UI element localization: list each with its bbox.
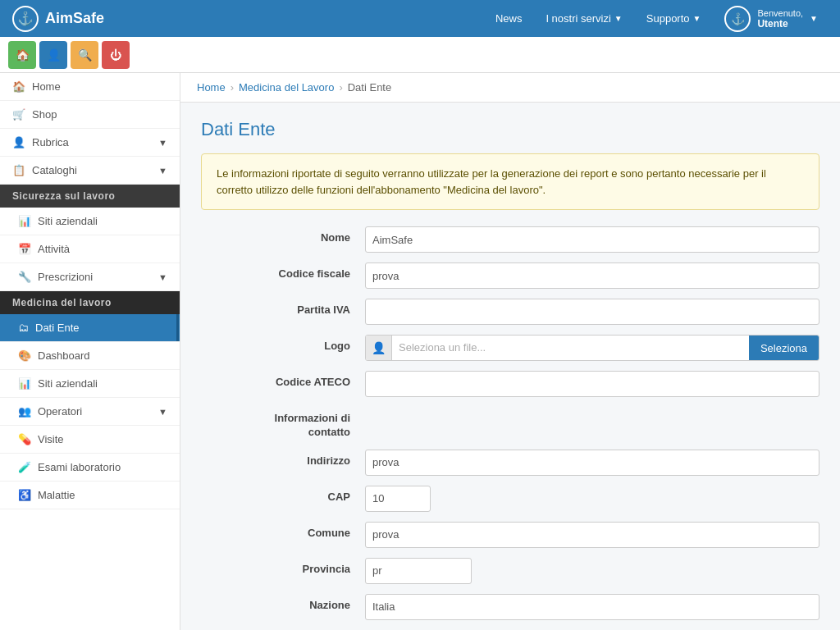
section-medicina: Medicina del lavoro xyxy=(0,291,180,314)
indirizzo-input[interactable] xyxy=(365,450,819,476)
sidebar-item-rubrica[interactable]: 👤 Rubrica ▼ xyxy=(0,129,180,157)
sidebar-item-attivita[interactable]: 📅 Attività xyxy=(0,235,180,263)
codice-ateco-input[interactable] xyxy=(365,371,819,397)
form-row-comune: Comune xyxy=(201,522,819,548)
malattie-icon: ♿ xyxy=(18,489,31,501)
form-row-nazione: Nazione xyxy=(201,594,819,620)
comune-input[interactable] xyxy=(365,522,819,548)
logo-field: 👤 Seleziona un file... Seleziona xyxy=(365,335,819,361)
dati-ente-icon: 🗂 xyxy=(18,322,29,334)
cf-label: Codice fiscale xyxy=(201,262,365,280)
sidebar-item-visite[interactable]: 💊 Visite xyxy=(0,426,180,454)
rubrica-arrow: ▼ xyxy=(158,138,167,148)
piva-field xyxy=(365,299,819,325)
dati-ente-form: Nome Codice fiscale Partita IVA xyxy=(201,226,819,630)
sidebar-item-siti-aziendali-1[interactable]: 📊 Siti aziendali xyxy=(0,208,180,235)
cf-field xyxy=(365,262,819,289)
sidebar-item-prescrizioni[interactable]: 🔧 Prescrizioni ▼ xyxy=(0,263,180,291)
services-dropdown-arrow: ▼ xyxy=(614,14,623,23)
file-select-button[interactable]: Seleziona xyxy=(749,335,819,361)
comune-label: Comune xyxy=(201,522,365,539)
sidebar-item-dati-ente[interactable]: 🗂 Dati Ente xyxy=(0,314,180,342)
user-avatar: ⚓ xyxy=(724,6,751,32)
breadcrumb-current: Dati Ente xyxy=(348,81,391,94)
sidebar-item-cataloghi[interactable]: 📋 Cataloghi ▼ xyxy=(0,157,180,185)
sidebar-item-operatori[interactable]: 👥 Operatori ▼ xyxy=(0,398,180,426)
user-toolbar-button[interactable]: 👤 xyxy=(39,41,67,69)
operatori-icon: 👥 xyxy=(18,405,31,418)
nav-news[interactable]: News xyxy=(486,7,532,30)
brand-logo: ⚓ AimSafe xyxy=(12,6,486,32)
breadcrumb-sep-2: › xyxy=(339,81,342,94)
prescrizioni-icon: 🔧 xyxy=(18,271,31,283)
nome-input[interactable] xyxy=(365,226,819,253)
codice-fiscale-input[interactable] xyxy=(365,262,819,289)
file-input-wrapper: 👤 Seleziona un file... Seleziona xyxy=(365,335,819,361)
visite-icon: 💊 xyxy=(18,433,31,445)
ateco-label: Codice ATECO xyxy=(201,371,365,388)
form-row-logo: Logo 👤 Seleziona un file... Seleziona xyxy=(201,335,819,361)
main-layout: 🏠 Home 🛒 Shop 👤 Rubrica ▼ 📋 Cataloghi ▼ … xyxy=(0,73,840,630)
sidebar-item-shop[interactable]: 🛒 Shop xyxy=(0,101,180,129)
section-sicurezza: Sicurezza sul lavoro xyxy=(0,185,180,208)
sidebar-item-malattie[interactable]: ♿ Malattie xyxy=(0,482,180,509)
form-row-nome: Nome xyxy=(201,226,819,253)
file-icon: 👤 xyxy=(366,335,392,361)
provincia-input[interactable] xyxy=(365,558,472,584)
esami-icon: 🧪 xyxy=(18,461,31,473)
file-placeholder: Seleziona un file... xyxy=(392,335,749,361)
sidebar-item-esami[interactable]: 🧪 Esami laboratorio xyxy=(0,454,180,482)
home-icon: 🏠 xyxy=(12,80,25,93)
indirizzo-field xyxy=(365,450,819,476)
siti-icon-1: 📊 xyxy=(18,215,31,227)
nazione-field xyxy=(365,594,819,620)
breadcrumb-parent[interactable]: Medicina del Lavoro xyxy=(239,81,334,94)
logo-label: Logo xyxy=(201,335,365,352)
siti-icon-2: 📊 xyxy=(18,377,31,390)
form-row-ateco: Codice ATECO xyxy=(201,371,819,397)
power-toolbar-button[interactable]: ⏻ xyxy=(102,41,130,69)
breadcrumb-sep-1: › xyxy=(231,81,234,94)
content-area: Dati Ente Le informazioni riportate di s… xyxy=(180,103,840,630)
operatori-arrow: ▼ xyxy=(158,407,167,417)
indirizzo-label: Indirizzo xyxy=(201,450,365,467)
nazione-label: Nazione xyxy=(201,594,365,611)
breadcrumb: Home › Medicina del Lavoro › Dati Ente xyxy=(180,73,840,103)
sidebar-item-siti-aziendali-2[interactable]: 📊 Siti aziendali xyxy=(0,370,180,398)
nav-support[interactable]: Supporto ▼ xyxy=(637,7,711,30)
user-info: Benvenuto, Utente xyxy=(757,8,803,30)
comune-field xyxy=(365,522,819,548)
user-menu[interactable]: ⚓ Benvenuto, Utente ▼ xyxy=(714,1,828,37)
nav-services[interactable]: I nostri servizi ▼ xyxy=(536,7,632,30)
search-toolbar-button[interactable]: 🔍 xyxy=(71,41,98,69)
brand-icon: ⚓ xyxy=(12,6,39,32)
cap-input[interactable] xyxy=(365,486,431,512)
sidebar-item-dashboard[interactable]: 🎨 Dashboard xyxy=(0,342,180,370)
rubrica-icon: 👤 xyxy=(12,136,25,148)
form-row-piva: Partita IVA xyxy=(201,299,819,325)
prescrizioni-arrow: ▼ xyxy=(158,272,167,282)
form-row-provincia: Provincia xyxy=(201,558,819,584)
partita-iva-input[interactable] xyxy=(365,299,819,325)
top-navigation: ⚓ AimSafe News I nostri servizi ▼ Suppor… xyxy=(0,0,840,37)
nome-field xyxy=(365,226,819,253)
ateco-field xyxy=(365,371,819,397)
nome-label: Nome xyxy=(201,226,365,244)
contatto-label: Informazioni di contatto xyxy=(201,407,365,440)
main-content: Home › Medicina del Lavoro › Dati Ente D… xyxy=(180,73,840,630)
home-toolbar-button[interactable]: 🏠 xyxy=(8,41,36,69)
user-dropdown-arrow: ▼ xyxy=(810,14,818,23)
sidebar-item-home[interactable]: 🏠 Home xyxy=(0,73,180,101)
shop-icon: 🛒 xyxy=(12,108,25,121)
form-row-contatto-label: Informazioni di contatto xyxy=(201,407,819,440)
icon-toolbar: 🏠 👤 🔍 ⏻ xyxy=(0,37,840,73)
nazione-input[interactable] xyxy=(365,594,819,620)
support-dropdown-arrow: ▼ xyxy=(693,14,701,23)
breadcrumb-home[interactable]: Home xyxy=(197,81,226,94)
form-row-cap: CAP xyxy=(201,486,819,512)
cataloghi-arrow: ▼ xyxy=(158,166,167,176)
cap-label: CAP xyxy=(201,486,365,503)
form-row-indirizzo: Indirizzo xyxy=(201,450,819,476)
info-box: Le informazioni riportate di seguito ver… xyxy=(201,153,819,210)
sidebar: 🏠 Home 🛒 Shop 👤 Rubrica ▼ 📋 Cataloghi ▼ … xyxy=(0,73,180,630)
